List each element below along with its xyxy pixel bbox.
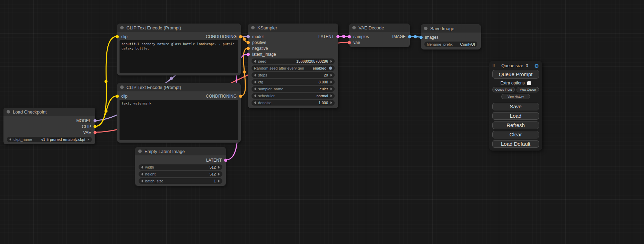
queue-menu-panel[interactable]: ⠿ Queue size: 0 ⚙ Queue Prompt Extra opt…	[489, 61, 542, 151]
latent-output-dot[interactable]	[336, 35, 339, 38]
model-output-dot[interactable]	[94, 119, 97, 122]
clip-input-dot[interactable]	[116, 35, 119, 38]
save-button[interactable]: Save	[492, 103, 539, 110]
input-slot-positive: positive	[248, 39, 338, 45]
increment-arrow-icon[interactable]	[218, 180, 220, 182]
graph-canvas[interactable]: { "colors": { "canvas_bg": "#191919", "n…	[0, 0, 644, 244]
scheduler-widget[interactable]: scheduler normal	[252, 93, 335, 99]
node-load-checkpoint[interactable]: Load Checkpoint MODEL CLIP VAE ckpt_name…	[3, 108, 95, 144]
clip-text-encode-positive-title-bar[interactable]: CLIP Text Encode (Prompt)	[117, 24, 241, 32]
decrement-arrow-icon[interactable]	[141, 180, 143, 182]
clip-link-midpoint-dot-1[interactable]	[105, 80, 108, 83]
latent-output-dot[interactable]	[224, 159, 227, 162]
conditioning-link-midpoint-dot-2[interactable]	[243, 71, 246, 74]
vae-input-dot[interactable]	[348, 41, 351, 44]
view-history-button[interactable]: View History	[501, 94, 530, 99]
model-input-dot[interactable]	[247, 35, 250, 38]
filename-prefix-widget[interactable]: filename_prefix ComfyUI	[424, 42, 477, 47]
prev-value-arrow-icon[interactable]	[254, 88, 256, 90]
load-checkpoint-title-bar[interactable]: Load Checkpoint	[3, 108, 95, 116]
steps-widget[interactable]: steps 20	[252, 72, 335, 78]
denoise-widget[interactable]: denoise 1.000	[252, 100, 335, 106]
settings-gear-icon[interactable]: ⚙	[535, 63, 539, 69]
clip-input-dot[interactable]	[116, 94, 119, 98]
next-value-arrow-icon[interactable]	[88, 138, 89, 141]
increment-arrow-icon[interactable]	[218, 166, 220, 169]
images-input-dot[interactable]	[420, 36, 423, 39]
decrement-arrow-icon[interactable]	[141, 173, 143, 175]
collapse-dot-icon[interactable]	[138, 150, 142, 153]
collapse-dot-icon[interactable]	[120, 26, 124, 29]
random-seed-toggle-widget[interactable]: Random seed after every gen enabled	[252, 65, 335, 71]
queue-front-button[interactable]: Queue Front	[492, 87, 515, 92]
collapse-dot-icon[interactable]	[7, 110, 10, 114]
clip-text-encode-negative-title-bar[interactable]: CLIP Text Encode (Prompt)	[117, 83, 241, 91]
cfg-widget[interactable]: cfg 8.000	[252, 79, 335, 85]
input-slot-images: images	[421, 34, 481, 40]
prev-value-arrow-icon[interactable]	[254, 94, 256, 97]
collapse-dot-icon[interactable]	[120, 85, 124, 89]
increment-arrow-icon[interactable]	[330, 60, 332, 63]
decrement-arrow-icon[interactable]	[254, 81, 256, 83]
queue-prompt-button[interactable]: Queue Prompt	[492, 70, 539, 79]
model-latent-slot-row: model LATENT	[248, 34, 338, 39]
increment-arrow-icon[interactable]	[330, 74, 332, 76]
collapse-dot-icon[interactable]	[352, 26, 356, 29]
image-link-midpoint-dot[interactable]	[414, 35, 417, 38]
clip-conditioning-slot-row: clip CONDITIONING	[117, 34, 241, 39]
conditioning-output-dot[interactable]	[239, 94, 242, 98]
height-widget[interactable]: height 512	[139, 171, 222, 177]
clip-output-dot[interactable]	[94, 125, 97, 128]
latent-link-midpoint-dot-2[interactable]	[342, 35, 345, 38]
toggle-dot-icon[interactable]	[329, 66, 332, 70]
ksampler-title-bar[interactable]: KSampler	[248, 24, 338, 32]
next-value-arrow-icon[interactable]	[330, 94, 332, 97]
vae-decode-title-bar[interactable]: VAE Decode	[349, 24, 410, 32]
positive-prompt-textarea[interactable]: beautiful scenery nature glass bottle la…	[120, 40, 238, 73]
samples-input-dot[interactable]	[348, 35, 351, 38]
decrement-arrow-icon[interactable]	[254, 60, 256, 63]
increment-arrow-icon[interactable]	[218, 173, 220, 175]
increment-arrow-icon[interactable]	[330, 81, 332, 83]
decrement-arrow-icon[interactable]	[141, 166, 143, 169]
clear-button[interactable]: Clear	[492, 131, 539, 138]
positive-input-dot[interactable]	[247, 41, 250, 44]
node-save-image[interactable]: Save Image images filename_prefix ComfyU…	[421, 24, 481, 49]
node-vae-decode[interactable]: VAE Decode samples IMAGE vae	[349, 24, 410, 47]
negative-input-dot[interactable]	[247, 47, 250, 50]
collapse-dot-icon[interactable]	[424, 27, 427, 30]
increment-arrow-icon[interactable]	[330, 101, 332, 104]
empty-latent-image-title-bar[interactable]: Empty Latent Image	[135, 147, 226, 155]
node-clip-text-encode-negative[interactable]: CLIP Text Encode (Prompt) clip CONDITION…	[117, 83, 241, 143]
load-default-button[interactable]: Load Default	[492, 140, 539, 148]
save-image-title-bar[interactable]: Save Image	[421, 24, 481, 33]
model-link-midpoint-dot[interactable]	[170, 77, 173, 80]
load-button[interactable]: Load	[492, 112, 539, 120]
negative-prompt-textarea[interactable]: text, watermark	[120, 100, 238, 140]
sampler-name-widget[interactable]: sampler_name euler	[252, 86, 335, 92]
seed-widget[interactable]: seed 156680208700286	[252, 58, 335, 64]
prev-value-arrow-icon[interactable]	[9, 138, 11, 141]
node-ksampler[interactable]: KSampler model LATENT positive negative …	[248, 24, 338, 108]
node-title: CLIP Text Encode (Prompt)	[126, 85, 181, 90]
decrement-arrow-icon[interactable]	[254, 101, 256, 104]
conditioning-link-midpoint-dot-1[interactable]	[243, 38, 246, 41]
node-empty-latent-image[interactable]: Empty Latent Image LATENT width 512 heig…	[135, 147, 226, 186]
clip-link-midpoint-dot-2[interactable]	[105, 110, 108, 113]
image-output-dot[interactable]	[408, 35, 411, 38]
conditioning-output-dot[interactable]	[239, 35, 242, 38]
extra-options-checkbox[interactable]	[527, 81, 531, 85]
decrement-arrow-icon[interactable]	[254, 74, 256, 76]
ckpt-name-widget[interactable]: ckpt_name v1-5-pruned-emaonly.ckpt	[7, 137, 92, 142]
width-widget[interactable]: width 512	[139, 164, 222, 170]
drag-handle-icon[interactable]: ⠿	[492, 64, 495, 68]
next-value-arrow-icon[interactable]	[330, 88, 332, 90]
view-queue-button[interactable]: View Queue	[517, 87, 539, 92]
node-clip-text-encode-positive[interactable]: CLIP Text Encode (Prompt) clip CONDITION…	[117, 24, 241, 75]
batch-size-widget[interactable]: batch_size 1	[139, 178, 222, 184]
latent-image-input-dot[interactable]	[247, 53, 250, 56]
collapse-dot-icon[interactable]	[251, 26, 255, 29]
node-title: VAE Decode	[359, 25, 384, 30]
vae-output-dot[interactable]	[94, 131, 97, 134]
refresh-button[interactable]: Refresh	[492, 121, 539, 129]
